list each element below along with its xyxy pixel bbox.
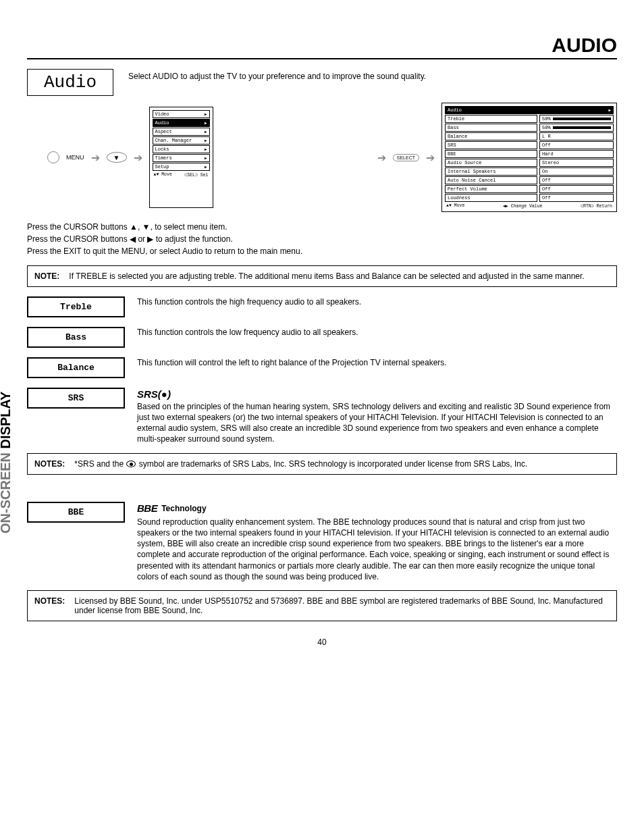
instruction-line: Press the CURSOR buttons ◀ or ▶ to adjus… — [27, 234, 617, 244]
osd-row-label: Perfect Volume — [445, 185, 537, 193]
osd-row-value: Hard — [539, 150, 614, 158]
feature-text: SRS(●) Based on the principles of the hu… — [137, 388, 617, 445]
arrow-icon: ➔ — [134, 151, 142, 164]
notes-text-a: *SRS and the — [74, 459, 126, 469]
side-tab-shaded: ON-SCREEN — [0, 452, 13, 533]
osd-menu-item: Setup▶ — [153, 163, 210, 171]
note-box-treble: NOTE: If TREBLE is selected you are adju… — [27, 265, 617, 287]
osd-audio-menu: Audio▶Treble50%Bass50%BalanceL RSRSOffBB… — [441, 103, 617, 212]
osd-row-value: 50% — [539, 124, 614, 132]
osd-audio-row: Auto Noise CancelOff — [445, 176, 614, 184]
osd-footer-sel: Sel — [200, 173, 209, 178]
instruction-line: Press the EXIT to quit the MENU, or sele… — [27, 246, 617, 257]
osd-menu-item: Locks▶ — [153, 145, 210, 153]
feature-text: This function controls the high frequenc… — [137, 296, 617, 307]
osd-audio-row: BBEHard — [445, 150, 614, 158]
note-label: NOTE: — [34, 271, 59, 281]
feature-bass: Bass This function controls the low freq… — [27, 327, 617, 348]
osd-row-value: Off — [539, 141, 614, 149]
osd-menu-item: Video▶ — [153, 110, 210, 118]
osd-audio-row: Internal SpeakersOn — [445, 167, 614, 176]
instruction-line: Press the CURSOR buttons ▲, ▼, to select… — [27, 221, 617, 232]
arrow-icon: ➔ — [426, 151, 435, 164]
osd-row-value: Stereo — [539, 159, 614, 167]
osd-audio-row: LoudnessOff — [445, 194, 614, 202]
feature-text: This function will control the left to r… — [137, 357, 617, 368]
osd-row-value: Off — [539, 194, 614, 202]
feature-label: Treble — [27, 296, 125, 317]
osd-footer-move: Move — [454, 203, 465, 208]
page-title: AUDIO — [27, 34, 617, 59]
osd-audio-row: BalanceL R — [445, 132, 614, 140]
osd-row-label: BBE — [445, 150, 537, 158]
notes-label: NOTES: — [34, 596, 65, 615]
feature-bbe: BBE BBE Technology Sound reproduction qu… — [27, 502, 617, 582]
osd-footer-return: Return — [597, 204, 612, 209]
notes-text: *SRS and the symbol are trademarks of SR… — [74, 459, 527, 469]
srs-logo-icon: SRS(●) — [137, 388, 617, 401]
osd-row-label: SRS — [445, 141, 537, 149]
osd-main-menu: Video▶Audio▶Aspect▶Chan. Manager▶Locks▶T… — [149, 107, 213, 208]
osd-row-value: Off — [539, 185, 614, 193]
osd-menu-item: Audio▶ — [153, 119, 210, 127]
feature-srs: SRS SRS(●) Based on the principles of th… — [27, 388, 617, 445]
feature-treble: Treble This function controls the high f… — [27, 296, 617, 317]
notes-text-b: symbol are trademarks of SRS Labs, Inc. … — [136, 459, 527, 469]
feature-balance: Balance This function will control the l… — [27, 357, 617, 378]
technology-word: Technology — [161, 503, 206, 514]
osd-footer-change: Change Value — [511, 204, 543, 209]
osd-audio-row: Bass50% — [445, 124, 614, 132]
osd-menu-item: Timers▶ — [153, 154, 210, 162]
select-button-icon: SELECT — [393, 154, 419, 161]
audio-heading-box: Audio — [27, 69, 113, 96]
intro-row: Audio Select AUDIO to adjust the TV to y… — [27, 69, 617, 96]
note-text: If TREBLE is selected you are adjusting … — [69, 271, 584, 281]
osd-row-value: 50% — [539, 115, 614, 123]
page-number: 40 — [0, 637, 644, 647]
osd-audio-row: SRSOff — [445, 141, 614, 149]
bbe-logo-icon: BBE — [137, 502, 157, 515]
arrow-icon: ➔ — [377, 151, 386, 164]
feature-label: Bass — [27, 327, 125, 348]
feature-label: SRS — [27, 388, 125, 409]
intro-text: Select AUDIO to adjust the TV to your pr… — [128, 69, 426, 81]
osd-row-label: Loudness — [445, 194, 537, 202]
osd-row-value: L R — [539, 132, 614, 140]
osd-row-label: Audio Source — [445, 159, 537, 167]
arrow-icon: ➔ — [91, 151, 100, 164]
nav-oval-icon: ▼ — [107, 152, 127, 163]
osd-row-label: Bass — [445, 124, 537, 132]
feature-label: Balance — [27, 357, 125, 378]
osd-audio-header: Audio▶ — [445, 106, 614, 114]
osd-row-value: On — [539, 167, 614, 176]
osd-row-label: Internal Speakers — [445, 167, 537, 176]
notes-text: Licensed by BBE Sound, Inc. under USP551… — [74, 596, 610, 615]
feature-label: BBE — [27, 502, 125, 523]
bbe-description: Sound reproduction quality enhancement s… — [137, 517, 617, 582]
osd-footer-move: Move — [161, 172, 172, 177]
osd-menu-item: Chan. Manager▶ — [153, 136, 210, 145]
notes-box-srs: NOTES: *SRS and the symbol are trademark… — [27, 453, 617, 475]
osd-audio-row: Audio SourceStereo — [445, 159, 614, 167]
flow-diagram: MENU ➔ ▼ ➔ Video▶Audio▶Aspect▶Chan. Mana… — [27, 103, 617, 212]
feature-text: BBE Technology Sound reproduction qualit… — [137, 502, 617, 582]
instructions: Press the CURSOR buttons ▲, ▼, to select… — [27, 221, 617, 257]
notes-box-bbe: NOTES: Licensed by BBE Sound, Inc. under… — [27, 590, 617, 621]
osd-row-value: Off — [539, 176, 614, 184]
feature-text: This function controls the low frequency… — [137, 327, 617, 338]
osd-row-label: Auto Noise Cancel — [445, 176, 537, 184]
srs-symbol-icon — [126, 461, 136, 467]
menu-button-icon — [47, 151, 59, 163]
osd-menu-item: Aspect▶ — [153, 128, 210, 136]
side-tab: ON-SCREEN DISPLAY — [0, 392, 14, 533]
osd-row-label: Balance — [445, 132, 537, 140]
osd-audio-row: Perfect VolumeOff — [445, 185, 614, 193]
srs-description: Based on the principles of the human hea… — [137, 401, 617, 445]
menu-label: MENU — [66, 154, 84, 161]
side-tab-solid: DISPLAY — [0, 392, 13, 452]
osd-audio-row: Treble50% — [445, 115, 614, 123]
osd-row-label: Treble — [445, 115, 537, 123]
notes-label: NOTES: — [34, 459, 65, 469]
